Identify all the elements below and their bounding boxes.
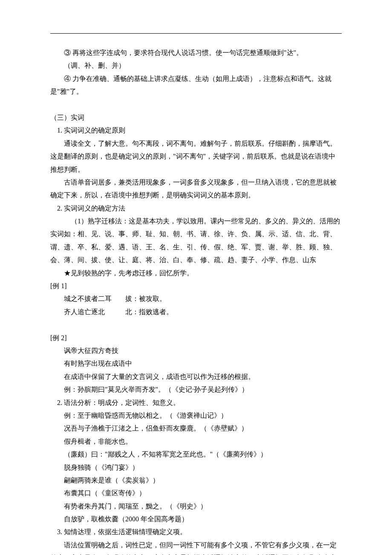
example-text: 城之不拔者二耳 拔：被攻取。 — [50, 292, 342, 305]
body-text: 通读全文，了解大意。句不离段，词不离句。难解句子，前后联系。仔细斟酌，揣摩语气。… — [50, 137, 342, 176]
document-page: ③ 再将这些字连成句，要求符合现代人说话习惯。使一句话完整通顺做到"达"。 （调… — [0, 0, 392, 555]
example-text: 例：至于幽暗昏惑而无物以相之。（《游褒禅山记》） — [50, 409, 342, 422]
subsection-heading: 2. 语法分析：明成分，定词性、知意义。 — [50, 396, 342, 409]
body-text: ④ 力争在准确、通畅的基础上讲求点凝练、生动（如用上成语），注意标点和语气。这就… — [50, 72, 342, 98]
example-text: 例：孙膑期曰"莫见火举而齐发"。（《史记·孙子吴起列传》） — [50, 383, 342, 396]
body-text: ★见到较熟的字，先考虑迁移，回忆所学。 — [50, 267, 342, 280]
example-label: [例 1] — [50, 280, 342, 292]
example-text: 有时熟字出现在成语中 — [50, 357, 342, 370]
subsection-heading: 3. 知情达理，依据生活逻辑情理确定义项。 — [50, 526, 342, 538]
example-text: （廉颇）曰："鄙贱之人，不知将军宽之至此也。"（《廉蔺列传》） — [50, 448, 342, 461]
subsection-heading: 1. 实词词义的确定原则 — [50, 124, 342, 137]
example-text: 脱身独骑（《鸿门宴》） — [50, 461, 342, 474]
example-text: 在成语中保留了大量的文言词义，成语也可以作为迁移的根据。 — [50, 370, 342, 383]
example-text: 有势者朱丹其门，闻瑞至，黝之。（《明史》） — [50, 500, 342, 513]
example-text: 况吾与子渔樵于江渚之上，侣鱼虾而友麋鹿。（《赤壁赋》） — [50, 422, 342, 435]
example-text: 布囊其口（《童区寄传》） — [50, 487, 342, 500]
example-text: 假舟楫者，非能水也。 — [50, 435, 342, 448]
subsection-heading: 2. 实词词义的确定方法 — [50, 202, 342, 215]
section-heading: （三）实词 — [50, 111, 342, 124]
blank-line — [50, 98, 342, 111]
example-text: 讽帝大征四方奇技 — [50, 344, 342, 357]
body-text: （调、补、删、并） — [50, 59, 342, 72]
example-text: 齐人追亡逐北 北：指败逃者。 — [50, 306, 342, 318]
body-text: 语法位置明确之后，词性已定，但同一词性下可能有多个义项，不管它有多少义项，在一定… — [50, 539, 342, 555]
body-text: ③ 再将这些字连成句，要求符合现代人说话习惯。使一句话完整通顺做到"达"。 — [50, 46, 342, 59]
example-text: 翩翩两骑来是谁（《卖炭翁》） — [50, 474, 342, 487]
blank-line — [50, 318, 342, 331]
example-text: 自放驴，取樵炊爨（2000 年全国高考题） — [50, 513, 342, 526]
body-text: （1）熟字迁移法：这是基本功夫，学以致用。课内一些常见的、多义的、异义的、活用的… — [50, 215, 342, 267]
body-text: 古语单音词居多，兼类活用现象多，一词多音多义现象多，但一旦纳入语境，它的意思就被… — [50, 176, 342, 202]
example-label: [例 2] — [50, 332, 342, 344]
horizontal-rule — [50, 33, 342, 34]
